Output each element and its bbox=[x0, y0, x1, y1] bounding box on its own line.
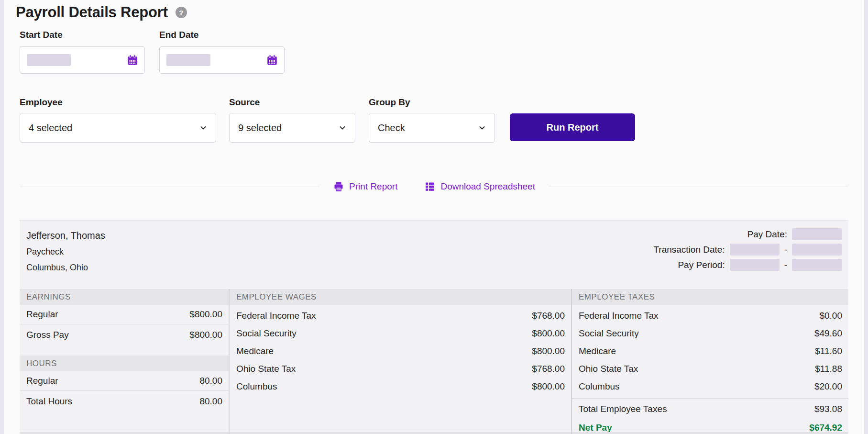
group-by-select[interactable]: Check bbox=[369, 113, 495, 143]
paycheck-columns: EARNINGS Regular $800.00 Gross Pay $800.… bbox=[20, 289, 848, 434]
row-label: Ohio State Tax bbox=[579, 364, 638, 374]
row-label: Medicare bbox=[579, 346, 616, 356]
download-spreadsheet-link[interactable]: Download Spreadsheet bbox=[424, 181, 535, 192]
row-value: $800.00 bbox=[189, 309, 222, 320]
row-value: $768.00 bbox=[532, 311, 565, 321]
row-label: Regular bbox=[26, 376, 58, 386]
paycheck-report-card: Jefferson, Thomas Paycheck Columbus, Ohi… bbox=[20, 220, 848, 434]
transaction-date-row: Transaction Date: - bbox=[653, 244, 842, 256]
pay-date-label: Pay Date: bbox=[747, 229, 787, 240]
table-row: Social Security $800.00 bbox=[230, 324, 571, 342]
earnings-section-header: EARNINGS bbox=[20, 289, 229, 305]
row-label: Total Employee Taxes bbox=[579, 404, 667, 414]
row-value: $800.00 bbox=[189, 330, 222, 340]
source-select[interactable]: 9 selected bbox=[229, 113, 355, 143]
row-label: Columbus bbox=[579, 381, 620, 392]
end-date-redacted-value bbox=[166, 54, 210, 66]
section-gap bbox=[20, 345, 229, 356]
payroll-report-page: Payroll Details Report ? Start Date bbox=[0, 0, 868, 434]
work-location: Columbus, Ohio bbox=[26, 263, 105, 273]
row-value: $93.08 bbox=[814, 404, 842, 414]
employee-taxes-section-header: EMPLOYEE TAXES bbox=[572, 289, 848, 305]
employee-info-block: Jefferson, Thomas Paycheck Columbus, Ohi… bbox=[26, 230, 105, 278]
employee-wages-column: EMPLOYEE WAGES Federal Income Tax $768.0… bbox=[230, 289, 571, 434]
employee-name: Jefferson, Thomas bbox=[26, 230, 105, 241]
calendar-icon[interactable] bbox=[266, 54, 278, 67]
employee-label: Employee bbox=[20, 97, 216, 108]
group-by-field: Group By Check bbox=[369, 97, 495, 143]
chevron-down-icon bbox=[338, 123, 347, 133]
row-label: Columbus bbox=[236, 381, 277, 392]
table-row: Federal Income Tax $0.00 bbox=[572, 307, 848, 324]
help-icon[interactable]: ? bbox=[176, 7, 187, 18]
date-range-separator: - bbox=[784, 260, 787, 270]
row-value: $11.60 bbox=[815, 346, 842, 356]
chevron-down-icon bbox=[198, 123, 208, 133]
row-value: $800.00 bbox=[532, 381, 565, 392]
pay-period-end-redacted bbox=[792, 259, 842, 271]
pay-date-row: Pay Date: bbox=[653, 228, 842, 240]
download-spreadsheet-label: Download Spreadsheet bbox=[440, 181, 535, 192]
pay-period-row: Pay Period: - bbox=[653, 259, 842, 271]
row-value: $800.00 bbox=[532, 346, 565, 356]
table-row: Ohio State Tax $768.00 bbox=[230, 360, 571, 378]
row-value: 80.00 bbox=[199, 376, 222, 386]
row-label: Social Security bbox=[579, 328, 639, 339]
row-label: Federal Income Tax bbox=[579, 311, 659, 321]
row-label: Ohio State Tax bbox=[236, 364, 296, 374]
row-label: Social Security bbox=[236, 328, 297, 339]
transaction-date-end-redacted bbox=[792, 244, 842, 256]
row-label: Regular bbox=[26, 309, 58, 320]
net-pay-label: Net Pay bbox=[579, 423, 612, 433]
end-date-label: End Date bbox=[159, 30, 285, 40]
total-employee-taxes-row: Total Employee Taxes $93.08 bbox=[572, 399, 848, 419]
start-date-redacted-value bbox=[27, 54, 71, 66]
table-row: Columbus $800.00 bbox=[230, 378, 571, 395]
earnings-column: EARNINGS Regular $800.00 Gross Pay $800.… bbox=[20, 289, 229, 434]
table-row: Medicare $11.60 bbox=[572, 342, 848, 360]
group-by-select-value: Check bbox=[378, 122, 405, 134]
employee-field: Employee 4 selected bbox=[20, 97, 216, 143]
spreadsheet-icon bbox=[424, 181, 436, 192]
transaction-date-start-redacted bbox=[730, 244, 780, 256]
column-divider bbox=[571, 289, 572, 434]
source-field: Source 9 selected bbox=[229, 97, 355, 143]
table-row: Social Security $49.60 bbox=[572, 324, 848, 342]
row-value: $0.00 bbox=[819, 311, 842, 321]
column-divider bbox=[229, 289, 230, 434]
row-label: Gross Pay bbox=[26, 330, 69, 340]
table-row: Federal Income Tax $768.00 bbox=[230, 307, 571, 324]
divider-line bbox=[549, 187, 848, 187]
employee-select[interactable]: 4 selected bbox=[20, 113, 216, 143]
printer-icon bbox=[333, 181, 344, 192]
end-date-input[interactable] bbox=[159, 46, 285, 74]
start-date-input[interactable] bbox=[20, 46, 145, 74]
report-actions-row: Print Report Download Spreadsheet bbox=[20, 179, 848, 194]
divider-line bbox=[20, 187, 319, 187]
paycheck-source-type: Paycheck bbox=[26, 247, 105, 257]
table-row: Columbus $20.00 bbox=[572, 378, 848, 395]
chevron-down-icon bbox=[477, 123, 487, 133]
table-row: Ohio State Tax $11.88 bbox=[572, 360, 848, 378]
row-label: Federal Income Tax bbox=[236, 311, 316, 321]
hours-section-header: HOURS bbox=[20, 356, 229, 371]
row-value: $49.60 bbox=[814, 328, 842, 339]
row-value: $20.00 bbox=[814, 381, 842, 392]
row-value: $11.88 bbox=[815, 364, 842, 374]
calendar-icon[interactable] bbox=[126, 54, 139, 67]
pay-period-start-redacted bbox=[730, 259, 780, 271]
date-range-separator: - bbox=[784, 245, 787, 255]
source-label: Source bbox=[229, 97, 355, 108]
table-row: Regular 80.00 bbox=[20, 371, 229, 391]
row-label: Total Hours bbox=[26, 396, 72, 407]
run-report-button[interactable]: Run Report bbox=[510, 113, 635, 141]
end-date-field: End Date bbox=[159, 30, 285, 74]
print-report-label: Print Report bbox=[349, 181, 397, 192]
employee-wages-section-header: EMPLOYEE WAGES bbox=[230, 289, 571, 305]
paycheck-card-header: Jefferson, Thomas Paycheck Columbus, Ohi… bbox=[20, 221, 848, 289]
page-header: Payroll Details Report ? bbox=[16, 4, 187, 21]
print-report-link[interactable]: Print Report bbox=[333, 181, 397, 192]
row-value: $768.00 bbox=[532, 364, 565, 374]
pay-period-label: Pay Period: bbox=[678, 260, 725, 270]
row-value: $800.00 bbox=[532, 328, 565, 339]
